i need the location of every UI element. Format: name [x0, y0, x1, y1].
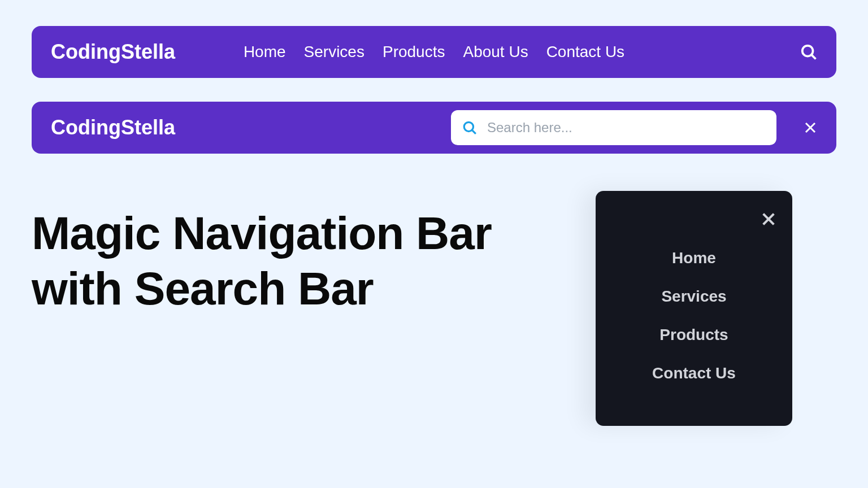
close-icon [761, 211, 776, 227]
search-box [451, 110, 776, 145]
mobile-menu: Home Services Products Contact Us [596, 191, 792, 426]
search-toggle-button[interactable] [800, 43, 817, 60]
nav-links: Home Services Products About Us Contact … [244, 43, 624, 61]
close-icon [804, 121, 817, 134]
navbar-search-open: CodingStella [32, 102, 836, 154]
nav-products[interactable]: Products [383, 43, 445, 61]
search-close-button[interactable] [804, 121, 817, 134]
brand-logo[interactable]: CodingStella [51, 116, 175, 140]
svg-point-2 [464, 122, 473, 131]
navbar-primary: CodingStella Home Services Products Abou… [32, 26, 836, 78]
mobile-menu-close-button[interactable] [761, 211, 776, 229]
svg-line-1 [812, 55, 816, 59]
search-icon [800, 43, 817, 60]
search-input[interactable] [487, 120, 765, 136]
brand-logo[interactable]: CodingStella [51, 40, 175, 64]
mobile-nav-products[interactable]: Products [611, 316, 776, 354]
mobile-nav-contact[interactable]: Contact Us [611, 354, 776, 393]
headline-line2: with Search Bar [32, 263, 374, 314]
mobile-nav-services[interactable]: Services [611, 277, 776, 316]
nav-about[interactable]: About Us [463, 43, 528, 61]
search-icon [462, 120, 477, 135]
svg-line-3 [472, 130, 476, 134]
headline-line1: Magic Navigation Bar [32, 207, 492, 259]
nav-contact[interactable]: Contact Us [546, 43, 625, 61]
mobile-nav-home[interactable]: Home [611, 239, 776, 277]
nav-home[interactable]: Home [244, 43, 286, 61]
nav-services[interactable]: Services [304, 43, 364, 61]
svg-point-0 [802, 46, 813, 56]
